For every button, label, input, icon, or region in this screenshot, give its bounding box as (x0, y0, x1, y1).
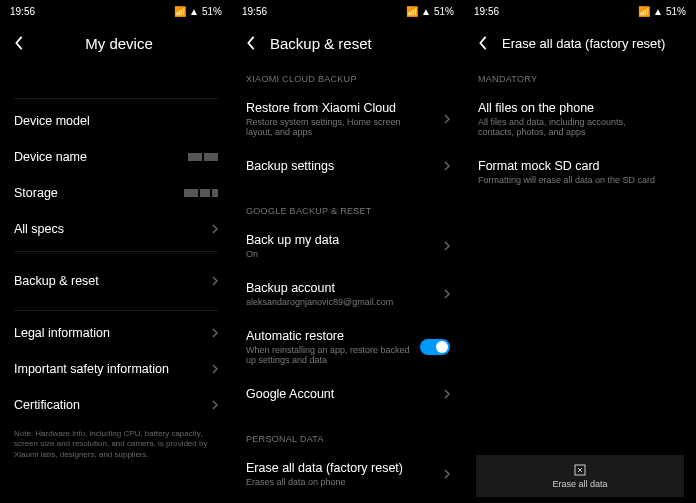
signal-icon: 📶 (406, 6, 418, 17)
wifi-icon: ▲ (189, 6, 199, 17)
battery-label: 51% (666, 6, 686, 17)
label: Device model (14, 114, 90, 128)
row-backup-account[interactable]: Backup account aleksandarognjanovic89@gm… (232, 270, 464, 318)
chevron-right-icon (444, 289, 450, 299)
back-icon[interactable] (476, 36, 490, 50)
battery-label: 51% (202, 6, 222, 17)
row-restore-cloud[interactable]: Restore from Xiaomi Cloud Restore system… (232, 90, 464, 148)
header: Backup & reset (232, 22, 464, 64)
row-google-account[interactable]: Google Account (232, 376, 464, 412)
label: Device name (14, 150, 87, 164)
row-backup-settings[interactable]: Backup settings (232, 148, 464, 184)
row-storage[interactable]: Storage (0, 175, 232, 211)
section-google: GOOGLE BACKUP & RESET (232, 184, 464, 222)
row-device-name[interactable]: Device name (0, 139, 232, 175)
back-icon[interactable] (244, 36, 258, 50)
statusbar-right: 📶 ▲ 51% (638, 6, 686, 17)
chevron-right-icon (444, 389, 450, 399)
row-device-model[interactable]: Device model (0, 103, 232, 139)
chevron-right-icon (212, 364, 218, 374)
statusbar: 19:56 📶 ▲ 51% (232, 0, 464, 22)
chevron-right-icon (444, 241, 450, 251)
label: All files on the phone (478, 101, 682, 115)
chevron-right-icon (444, 161, 450, 171)
row-safety[interactable]: Important safety information (0, 351, 232, 387)
label: Legal information (14, 326, 110, 340)
battery-label: 51% (434, 6, 454, 17)
signal-icon: 📶 (638, 6, 650, 17)
erase-icon (573, 463, 587, 477)
wifi-icon: ▲ (421, 6, 431, 17)
sublabel: When reinstalling an app, restore backed… (246, 345, 420, 365)
chevron-right-icon (212, 328, 218, 338)
chevron-right-icon (444, 469, 450, 479)
sublabel: aleksandarognjanovic89@gmail.com (246, 297, 426, 307)
row-certification[interactable]: Certification (0, 387, 232, 423)
label: Erase all data (factory reset) (246, 461, 444, 475)
label: Back up my data (246, 233, 444, 247)
erase-all-button[interactable]: Erase all data (476, 455, 684, 497)
sublabel: Erases all data on phone (246, 477, 426, 487)
row-automatic-restore[interactable]: Automatic restore When reinstalling an a… (232, 318, 464, 376)
back-icon[interactable] (12, 36, 26, 50)
toggle-auto-restore[interactable] (420, 339, 450, 355)
row-erase-all-data[interactable]: Erase all data (factory reset) Erases al… (232, 450, 464, 498)
signal-icon: 📶 (174, 6, 186, 17)
row-backup-reset[interactable]: Backup & reset (0, 256, 232, 306)
screen-backup-reset: 19:56 📶 ▲ 51% Backup & reset XIAOMI CLOU… (232, 0, 464, 503)
label: Google Account (246, 387, 334, 401)
wifi-icon: ▲ (653, 6, 663, 17)
label: Restore from Xiaomi Cloud (246, 101, 444, 115)
section-mandatory: MANDATORY (464, 64, 696, 90)
statusbar-right: 📶 ▲ 51% (406, 6, 454, 17)
page-title: My device (38, 35, 200, 52)
row-all-specs[interactable]: All specs (0, 211, 232, 247)
label: Certification (14, 398, 80, 412)
chevron-right-icon (212, 224, 218, 234)
page-title: Erase all data (factory reset) (502, 36, 665, 51)
sublabel: Restore system settings, Home screen lay… (246, 117, 426, 137)
header: My device (0, 22, 232, 64)
sublabel: Formatting will erase all data on the SD… (478, 175, 658, 185)
row-all-files: All files on the phone All files and dat… (464, 90, 696, 148)
label: Important safety information (14, 362, 169, 376)
statusbar-time: 19:56 (10, 6, 35, 17)
footnote: Note: Hardware info, including CPU, batt… (0, 423, 232, 466)
row-legal[interactable]: Legal information (0, 315, 232, 351)
chevron-right-icon (212, 276, 218, 286)
sublabel: On (246, 249, 426, 259)
label: Format mock SD card (478, 159, 682, 173)
label: Storage (14, 186, 58, 200)
redacted-value (184, 189, 218, 197)
section-xiaomi: XIAOMI CLOUD BACKUP (232, 64, 464, 90)
chevron-right-icon (444, 114, 450, 124)
sublabel: All files and data, including accounts, … (478, 117, 658, 137)
button-label: Erase all data (552, 479, 607, 489)
page-title: Backup & reset (270, 35, 372, 52)
chevron-right-icon (212, 400, 218, 410)
statusbar: 19:56 📶 ▲ 51% (0, 0, 232, 22)
label: Backup settings (246, 159, 334, 173)
statusbar-time: 19:56 (474, 6, 499, 17)
label: Backup account (246, 281, 444, 295)
header: Erase all data (factory reset) (464, 22, 696, 64)
statusbar: 19:56 📶 ▲ 51% (464, 0, 696, 22)
screen-my-device: 19:56 📶 ▲ 51% My device Device model Dev… (0, 0, 232, 503)
row-backup-my-data[interactable]: Back up my data On (232, 222, 464, 270)
label: Automatic restore (246, 329, 420, 343)
statusbar-time: 19:56 (242, 6, 267, 17)
statusbar-right: 📶 ▲ 51% (174, 6, 222, 17)
label: Backup & reset (14, 274, 99, 288)
row-format-sd: Format mock SD card Formatting will eras… (464, 148, 696, 196)
label: All specs (14, 222, 64, 236)
section-personal: PERSONAL DATA (232, 412, 464, 450)
redacted-value (188, 153, 218, 161)
screen-erase-all: 19:56 📶 ▲ 51% Erase all data (factory re… (464, 0, 696, 503)
